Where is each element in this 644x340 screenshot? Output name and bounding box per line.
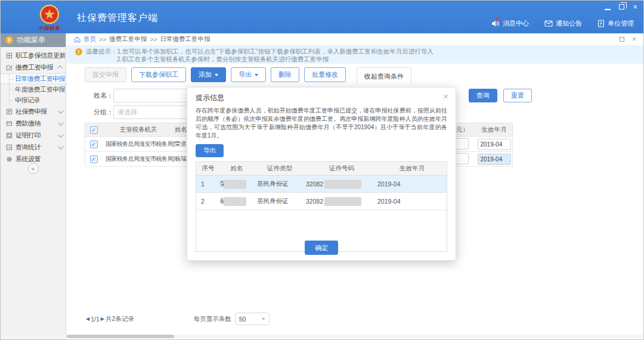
cell-tax-authority: 国家税务总局淮安市税务局第三税务分局 (102, 140, 175, 148)
warning-icon: ! (75, 48, 82, 55)
add-button[interactable]: 添加 (191, 67, 226, 82)
breadcrumb-home[interactable]: 首页 (83, 35, 96, 43)
scrollbar-thumb[interactable] (67, 335, 174, 338)
menu-icon: ¥ (5, 36, 13, 44)
prompt-dialog: 提示信息 × 存在跨年度参保缴费人员，初始开始缴费年度工资申报已提交，请在申报社… (187, 87, 456, 261)
speaker-icon (491, 20, 500, 27)
app-title: 社保费管理客户端 (77, 12, 158, 24)
nav-message-center[interactable]: 消息中心 (491, 19, 529, 28)
page-indicator: 1/1 (91, 316, 100, 323)
dialog-export-button[interactable]: 导出 (196, 144, 224, 157)
sidebar-item-fee-payment[interactable]: 费款缴纳 (1, 117, 66, 129)
cell-effective-month: 2019-04 (377, 180, 447, 188)
dialog-confirm-button[interactable]: 确定 (305, 241, 338, 255)
chevron-down-icon (58, 132, 64, 138)
select-all-checkbox[interactable]: ✓ (90, 126, 98, 134)
effective-month-input[interactable] (478, 139, 511, 150)
gear-icon (6, 156, 13, 163)
nav-label: 消息中心 (503, 19, 529, 28)
chevron-down-icon (255, 74, 258, 76)
horizontal-scrollbar (1, 335, 643, 338)
home-icon (74, 36, 80, 43)
toolbar: 提交申报 下载参保职工 添加 导出 删除 批量修改 收起查询条件 (85, 67, 643, 85)
pagination: ◀ 1/1 ▶ 共2条记录 每页显示条数 50 (85, 313, 270, 325)
national-emblem-icon (39, 4, 60, 24)
sidebar-header-label: 功能菜单 (17, 35, 45, 45)
chevron-down-icon (262, 318, 265, 320)
download-insured-employees-button[interactable]: 下载参保职工 (131, 67, 186, 82)
tip-line-1: 温馨提示：1.您可以单个添加职工，也可以点击“下载参保职工”按钮下载参保职工列表… (86, 48, 434, 55)
notification-dot (496, 18, 499, 21)
window-controls: × (605, 3, 637, 11)
col-cert-type: 证件类型 (253, 164, 306, 173)
export-button[interactable]: 导出 (231, 67, 266, 82)
nav-unit-management[interactable]: 单位管理 (597, 19, 634, 28)
per-page-label: 每页显示条数 (194, 315, 231, 323)
breadcrumb-item-current: 日常缴费工资申报 (160, 35, 210, 43)
cell-tax-authority: 国家税务总局淮安市税务局第三税务分局 (102, 155, 175, 163)
search-button[interactable]: 查询 (469, 89, 497, 102)
logo-caption: 中国税务 (32, 25, 67, 32)
col-cert-no: 证件号码 (306, 164, 377, 173)
effective-month-input[interactable] (478, 154, 511, 165)
close-button[interactable]: × (633, 3, 637, 11)
chart-icon (6, 144, 13, 151)
name-label: 姓名： (85, 91, 113, 100)
dialog-close-icon[interactable]: × (443, 92, 448, 101)
chevron-up-icon (57, 65, 63, 71)
cell-effective-month: 2019-04 (377, 198, 447, 205)
nav-label: 通知公告 (556, 19, 582, 28)
dialog-title: 提示信息 (187, 88, 456, 107)
sidebar-subitem-declaration-records[interactable]: 申报记录 (1, 95, 66, 105)
content-close-icon[interactable]: × (632, 36, 636, 42)
chevron-down-icon (58, 120, 64, 126)
sidebar-item-social-insurance-declaration[interactable]: 社保费申报 (1, 105, 66, 117)
col-seq: 序号 (196, 164, 220, 173)
delete-button[interactable]: 删除 (271, 67, 299, 82)
organization-icon (597, 20, 605, 27)
redaction-box (224, 180, 246, 189)
submit-declaration-button[interactable]: 提交申报 (85, 67, 126, 82)
nav-announcements[interactable]: 通知公告 (544, 19, 582, 28)
cell-cert-no: 32082 (306, 180, 377, 189)
minimize-button[interactable] (605, 9, 611, 10)
col-name: 姓名 (220, 164, 253, 173)
batch-edit-button[interactable]: 批量修改 (304, 67, 346, 82)
per-page-select[interactable]: 50 (235, 313, 270, 325)
sidebar-collapse-button[interactable]: « (28, 163, 39, 174)
col-effective-month: 生效年月 (377, 164, 447, 173)
group-label: 分组： (85, 108, 113, 117)
cell-cert-no: 32082 (306, 197, 377, 206)
cell-seq: 2 (196, 198, 220, 205)
breadcrumb-separator: >> (99, 36, 106, 43)
chevron-down-icon (215, 74, 218, 76)
cell-name: 杨 (220, 197, 253, 206)
nav-label: 单位管理 (608, 19, 634, 28)
row-checkbox[interactable]: ✓ (90, 155, 98, 163)
sidebar-item-certificate-printing[interactable]: 证明打印 (1, 129, 66, 141)
row-checkbox[interactable]: ✓ (90, 141, 98, 148)
content-window-icons: × (620, 36, 636, 42)
mail-icon (544, 20, 553, 27)
sidebar-subitem-daily-wage-declaration[interactable]: 日常缴费工资申报 (1, 73, 66, 84)
titlebar: 中国税务 社保费管理客户端 × 消息中心 通知公告 (1, 1, 643, 33)
prev-page-button[interactable]: ◀ (86, 316, 89, 322)
sidebar-item-employee-info-update[interactable]: 职工参保信息更新 (1, 49, 66, 61)
sidebar-header: ¥ 功能菜单 (1, 33, 66, 47)
sidebar-item-wage-declaration[interactable]: 缴费工资申报 (1, 61, 66, 73)
cell-cert-type: 居民身份证 (253, 197, 306, 205)
content-maximize-icon[interactable] (620, 37, 624, 42)
app-window: 中国税务 社保费管理客户端 × 消息中心 通知公告 (0, 0, 644, 340)
collapse-query-button[interactable]: 收起查询条件 (357, 67, 411, 85)
titlebar-nav: 消息中心 通知公告 单位管理 (491, 19, 634, 28)
next-page-button[interactable]: ▶ (101, 316, 104, 322)
breadcrumb-item: 缴费工资申报 (109, 35, 147, 43)
sidebar-subitem-annual-wage-declaration[interactable]: 年度缴费工资申报 (1, 84, 66, 95)
sidebar-item-query-statistics[interactable]: 查询统计 (1, 141, 66, 153)
restore-button[interactable] (619, 4, 624, 10)
breadcrumb-separator: >> (150, 36, 157, 43)
redaction-box (224, 197, 246, 206)
dialog-table-row: 1 荣 居民身份证 32082 2019-04 (196, 176, 447, 193)
reset-button[interactable]: 重置 (503, 89, 532, 102)
breadcrumb: 首页 >> 缴费工资申报 >> 日常缴费工资申报 × (67, 33, 643, 46)
